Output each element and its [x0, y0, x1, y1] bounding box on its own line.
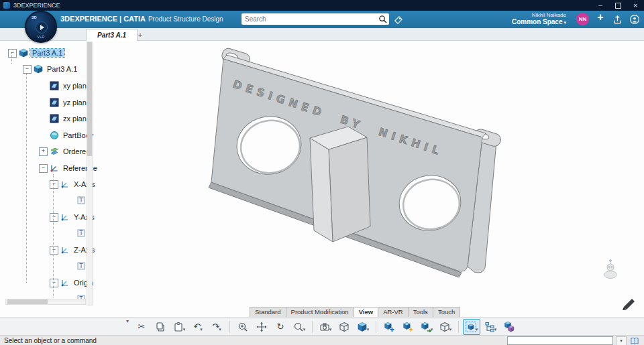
documentation-book-icon[interactable]: [629, 336, 640, 345]
add-content-button[interactable]: +: [594, 11, 606, 23]
tree-item-reference-set[interactable]: − Reference: [0, 160, 125, 176]
tree-item-axis-feature[interactable]: [0, 192, 152, 208]
tree-item-root[interactable]: − Part3 A.1: [0, 45, 94, 61]
toolbar-separator: [376, 321, 376, 333]
tree-item-x-axis[interactable]: − X-Axis: [0, 176, 136, 192]
dropdown-caret-icon[interactable]: ▾: [219, 327, 221, 332]
search-input[interactable]: [244, 14, 378, 24]
search-icon[interactable]: [378, 15, 387, 23]
dropdown-caret-icon[interactable]: ▾: [183, 327, 186, 332]
cube-outline-icon: [439, 322, 450, 332]
tree-item-yz-plane[interactable]: yz plane: [0, 94, 125, 111]
dropdown-caret-icon[interactable]: ▾: [303, 327, 306, 332]
render-style-button[interactable]: ▾: [354, 319, 372, 335]
user-space-selector[interactable]: Nikhil Naikade Common Space▾: [512, 12, 566, 26]
window-title: 3DEXPERIENCE: [13, 2, 60, 9]
expander-icon[interactable]: −: [39, 164, 48, 173]
tree-item-ordered-set[interactable]: + Ordered: [0, 143, 125, 159]
search-bar[interactable]: [241, 13, 389, 25]
tree-item-label[interactable]: Reference: [61, 164, 99, 172]
direction-icon: [76, 228, 86, 238]
3dexperience-compass[interactable]: 3D V+R: [25, 11, 57, 43]
tab-product-modification[interactable]: Product Modification: [286, 307, 354, 318]
share-icon[interactable]: [612, 14, 623, 25]
dropdown-caret-icon[interactable]: ▾: [431, 327, 433, 332]
tree-connector-line: [53, 174, 54, 297]
tree-item-label[interactable]: X-Axis: [72, 180, 97, 188]
tab-standard[interactable]: Standard: [250, 307, 286, 318]
dropdown-caret-icon[interactable]: ▾: [476, 327, 478, 332]
explore-cube-icon: [466, 322, 476, 332]
tree-item-zx-plane[interactable]: zx plane: [0, 111, 125, 127]
tree-item-label[interactable]: Part3 A.1: [45, 65, 79, 73]
window-maximize-button[interactable]: [609, 0, 627, 11]
new-tab-button[interactable]: +: [134, 29, 146, 40]
tree-item-label[interactable]: Part3 A.1: [30, 49, 64, 57]
tree-horizontal-scrollbar[interactable]: [5, 299, 86, 305]
expander-icon[interactable]: −: [8, 49, 17, 58]
tab-tools[interactable]: Tools: [408, 307, 433, 318]
tree-connector-line: [11, 53, 12, 64]
tab-view[interactable]: View: [354, 307, 378, 318]
dropdown-caret-icon[interactable]: ▾: [329, 327, 332, 332]
redo-button[interactable]: ↷▾: [208, 319, 225, 335]
window-close-button[interactable]: ✕: [627, 0, 644, 11]
camera-icon: [319, 322, 330, 332]
pan-button[interactable]: [253, 319, 270, 335]
stylus-icon[interactable]: [623, 299, 635, 310]
session-content-button[interactable]: ▾: [437, 319, 454, 335]
expander-icon[interactable]: −: [50, 279, 58, 287]
compass-north-label: 3D: [32, 15, 37, 19]
tree-item-label[interactable]: Y-Axis: [72, 213, 97, 221]
command-input[interactable]: [507, 336, 613, 345]
insert-product-button[interactable]: [399, 319, 417, 335]
tree-item-origin[interactable]: − Origin: [0, 275, 136, 291]
expander-icon[interactable]: −: [50, 213, 58, 222]
expander-icon[interactable]: −: [50, 246, 58, 255]
model-tree-panel: − Part3 A.1 − Part3 A.1 xy plane yz plan…: [0, 40, 93, 307]
tree-item-axis-feature[interactable]: [0, 258, 152, 274]
window-minimize-button[interactable]: ─: [592, 0, 609, 11]
cube-arrow-icon: [421, 322, 431, 332]
tab-ar-vr[interactable]: AR-VR: [378, 307, 408, 318]
tree-item-partbody[interactable]: PartBody: [0, 127, 125, 143]
copy-button[interactable]: [152, 319, 169, 335]
update-button[interactable]: [500, 319, 518, 335]
copy-icon: [155, 322, 166, 332]
avatar[interactable]: NN: [576, 13, 589, 25]
dropdown-caret-icon[interactable]: ▾: [494, 327, 497, 332]
command-options-button[interactable]: ▾: [616, 336, 627, 345]
expander-icon[interactable]: +: [39, 147, 48, 156]
tree-vertical-scrollbar[interactable]: [87, 42, 93, 305]
toolbar-overflow-chevron[interactable]: ▾: [126, 318, 129, 324]
community-globe-icon[interactable]: [629, 14, 640, 25]
capture-button[interactable]: ▾: [317, 319, 334, 335]
compass-play-button[interactable]: [36, 21, 48, 33]
tab-touch[interactable]: Touch: [433, 307, 460, 318]
zoom-in-button[interactable]: [234, 319, 252, 335]
undo-button[interactable]: ↶▾: [189, 319, 207, 335]
dropdown-caret-icon[interactable]: ▾: [200, 327, 203, 332]
tree-item-xy-plane[interactable]: xy plane: [0, 78, 125, 94]
robot-assistant-icon[interactable]: [604, 260, 616, 279]
design-structure-button[interactable]: ▾: [482, 319, 499, 335]
rotate-view-button[interactable]: ↻: [272, 319, 289, 335]
zoom-button[interactable]: ▾: [290, 319, 308, 335]
cut-button[interactable]: ✂: [133, 319, 150, 335]
explore-mode-button[interactable]: ▾: [463, 319, 480, 335]
view-orientation-button[interactable]: [335, 319, 353, 335]
tag-icon[interactable]: [392, 14, 403, 25]
insert-component-button[interactable]: [380, 319, 398, 335]
insert-existing-button[interactable]: ▾: [418, 319, 435, 335]
tree-item-z-axis[interactable]: − Z-Axis: [0, 242, 136, 258]
tree-item-axis-feature[interactable]: [0, 225, 152, 241]
tab-part3[interactable]: Part3 A.1: [86, 29, 138, 41]
expander-icon[interactable]: −: [50, 180, 58, 189]
tree-item-y-axis[interactable]: − Y-Axis: [0, 209, 136, 225]
dropdown-caret-icon[interactable]: ▾: [449, 327, 452, 332]
origin-icon: [60, 278, 70, 287]
expander-icon[interactable]: −: [23, 65, 32, 74]
dropdown-caret-icon[interactable]: ▾: [367, 327, 370, 332]
tree-item-label[interactable]: Z-Axis: [72, 246, 97, 254]
paste-button[interactable]: ▾: [170, 319, 188, 335]
